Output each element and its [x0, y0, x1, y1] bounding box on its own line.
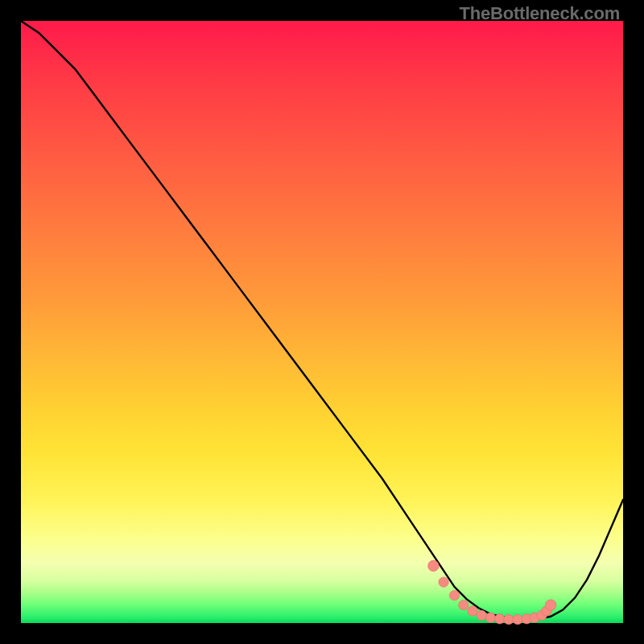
marker-dot	[545, 600, 556, 611]
highlighted-markers	[428, 560, 556, 625]
marker-dot	[485, 613, 495, 622]
marker-dot	[449, 590, 459, 600]
marker-dot	[477, 610, 486, 620]
marker-dot	[439, 577, 448, 587]
marker-dot	[495, 614, 505, 624]
plot-area	[21, 21, 623, 623]
chart-svg	[21, 21, 623, 623]
bottleneck-curve	[21, 21, 623, 620]
chart-frame: TheBottleneck.com	[0, 0, 644, 644]
marker-dot	[468, 606, 477, 616]
marker-dot	[504, 614, 514, 624]
marker-dot	[513, 614, 522, 624]
attribution-label: TheBottleneck.com	[459, 3, 620, 24]
marker-dot	[459, 600, 469, 609]
marker-dot	[428, 560, 440, 572]
